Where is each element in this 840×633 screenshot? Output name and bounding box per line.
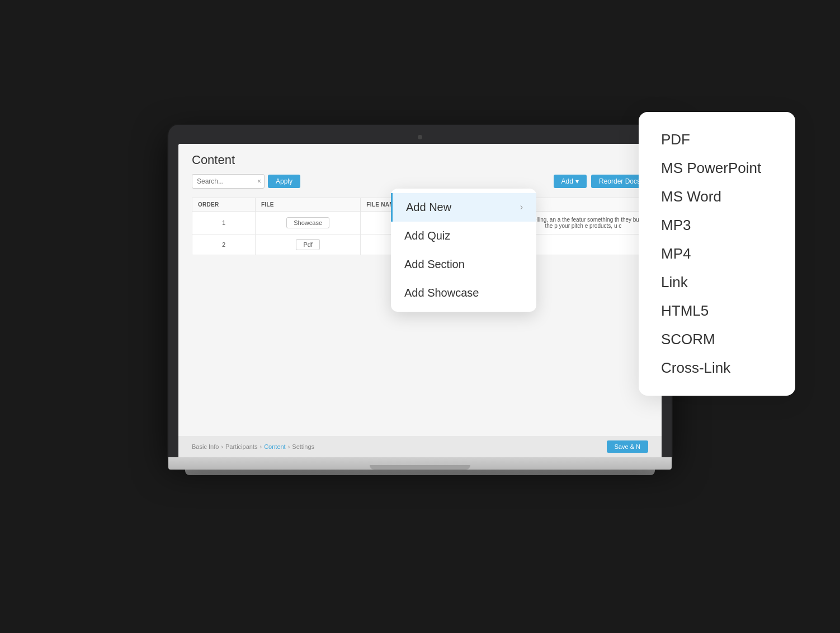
row2-order: 2 — [192, 234, 256, 255]
camera — [418, 135, 422, 139]
file-badge-showcase[interactable]: Showcase — [286, 217, 329, 228]
filetype-html5[interactable]: HTML5 — [661, 297, 773, 325]
filetype-mp3[interactable]: MP3 — [661, 211, 773, 240]
breadcrumb-basic-info[interactable]: Basic Info — [192, 443, 219, 450]
row1-desc: In selling, an a the featur something th… — [518, 211, 648, 234]
toolbar: × Apply Add ▾ Reorder Docs — [192, 174, 648, 189]
clear-search-icon[interactable]: × — [257, 177, 261, 185]
laptop-mockup: Content × Apply Add ▾ — [168, 125, 672, 475]
row1-order: 1 — [192, 211, 256, 234]
col-order: ORDER — [192, 198, 256, 211]
search-area: × Apply — [192, 174, 300, 189]
filetype-powerpoint[interactable]: MS PowerPoint — [661, 154, 773, 182]
breadcrumb-content[interactable]: Content — [264, 443, 286, 450]
add-new-label: Add New — [406, 201, 451, 214]
row2-file: Pdf — [255, 234, 360, 255]
breadcrumb-settings[interactable]: Settings — [292, 443, 314, 450]
file-badge-pdf[interactable]: Pdf — [296, 239, 320, 250]
menu-item-add-section[interactable]: Add Section — [391, 250, 536, 279]
right-buttons: Add ▾ Reorder Docs — [554, 175, 648, 188]
file-types-panel: PDF MS PowerPoint MS Word MP3 MP4 Link H… — [639, 112, 795, 396]
app-content: Content × Apply Add ▾ — [178, 144, 662, 457]
laptop-base — [168, 457, 672, 470]
breadcrumb: Basic Info › Participants › Content › Se… — [192, 443, 314, 450]
screen-bezel: Content × Apply Add ▾ — [178, 144, 662, 457]
menu-item-add-new[interactable]: Add New › — [391, 193, 536, 222]
page-title: Content — [192, 153, 648, 167]
filetype-crosslink[interactable]: Cross-Link — [661, 354, 773, 382]
filetype-scorm[interactable]: SCORM — [661, 325, 773, 354]
breadcrumb-sep1: › — [221, 443, 223, 450]
filetype-mp4[interactable]: MP4 — [661, 240, 773, 268]
add-button-label: Add — [561, 177, 573, 185]
breadcrumb-sep3: › — [288, 443, 290, 450]
col-desc: F — [518, 198, 648, 211]
row2-desc — [518, 234, 648, 255]
footer-nav: Basic Info › Participants › Content › Se… — [178, 436, 662, 457]
save-button[interactable]: Save & N — [607, 440, 648, 453]
chevron-down-icon: ▾ — [575, 177, 579, 185]
add-button[interactable]: Add ▾ — [554, 175, 587, 188]
add-section-label: Add Section — [404, 258, 465, 271]
search-input[interactable] — [192, 174, 265, 189]
chevron-right-icon: › — [520, 202, 523, 212]
add-showcase-label: Add Showcase — [404, 287, 479, 299]
screen-shell: Content × Apply Add ▾ — [168, 125, 672, 457]
apply-button[interactable]: Apply — [268, 175, 300, 188]
add-dropdown: Add New › Add Quiz Add Section Add Showc… — [391, 189, 536, 312]
laptop-foot — [185, 470, 655, 475]
col-file: FILE — [255, 198, 360, 211]
search-input-wrap: × — [192, 174, 265, 189]
breadcrumb-sep2: › — [259, 443, 262, 450]
breadcrumb-participants[interactable]: Participants — [225, 443, 257, 450]
add-quiz-label: Add Quiz — [404, 229, 450, 242]
menu-item-add-showcase[interactable]: Add Showcase — [391, 279, 536, 307]
filetype-pdf[interactable]: PDF — [661, 125, 773, 154]
add-menu: Add New › Add Quiz Add Section Add Showc… — [391, 189, 536, 312]
filetype-word[interactable]: MS Word — [661, 182, 773, 211]
filetype-link[interactable]: Link — [661, 268, 773, 297]
menu-item-add-quiz[interactable]: Add Quiz — [391, 222, 536, 250]
row1-file: Showcase — [255, 211, 360, 234]
